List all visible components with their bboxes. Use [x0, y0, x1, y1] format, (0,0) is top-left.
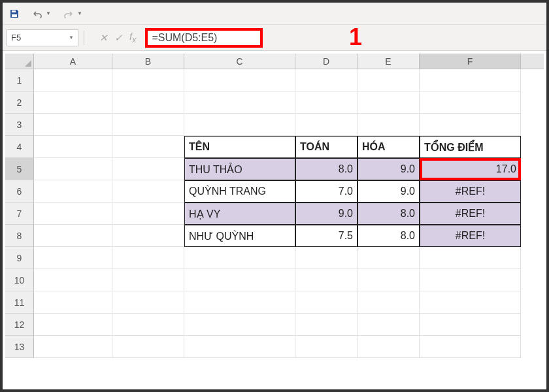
fx-icon[interactable]: fx — [129, 31, 136, 44]
cell[interactable] — [34, 203, 112, 225]
chevron-down-icon[interactable]: ▼ — [69, 35, 74, 41]
cell-hoa[interactable]: 8.0 — [358, 225, 420, 247]
cell[interactable] — [358, 291, 420, 314]
cell[interactable] — [295, 336, 358, 358]
cell[interactable] — [358, 247, 420, 269]
cell[interactable] — [112, 203, 184, 225]
select-all-corner[interactable] — [5, 54, 34, 69]
cell[interactable] — [358, 114, 420, 136]
cell[interactable] — [184, 91, 295, 114]
cell-name[interactable]: THU THẢO — [184, 158, 295, 180]
row-header[interactable]: 3 — [5, 114, 34, 136]
cell[interactable] — [112, 247, 184, 269]
cell[interactable] — [34, 158, 112, 180]
cell[interactable] — [34, 247, 112, 269]
row-header[interactable]: 4 — [5, 136, 34, 158]
cell[interactable] — [34, 291, 112, 314]
row-header[interactable]: 8 — [5, 225, 34, 247]
cell-total[interactable]: #REF! — [420, 203, 521, 225]
cell[interactable] — [112, 225, 184, 247]
cell[interactable] — [184, 314, 295, 336]
header-hoa[interactable]: HÓA — [358, 136, 420, 158]
cell-name[interactable]: HẠ VY — [184, 203, 295, 225]
cell-toan[interactable]: 8.0 — [295, 158, 358, 180]
cell-toan[interactable]: 7.0 — [295, 180, 358, 203]
cell[interactable] — [112, 314, 184, 336]
cell[interactable] — [420, 247, 521, 269]
row-header[interactable]: 2 — [5, 91, 34, 114]
cell[interactable] — [112, 136, 184, 158]
row-header[interactable]: 10 — [5, 269, 34, 291]
cell[interactable] — [184, 69, 295, 91]
cell[interactable] — [184, 269, 295, 291]
col-header-E[interactable]: E — [358, 54, 420, 69]
cell[interactable] — [358, 69, 420, 91]
cell-hoa[interactable]: 9.0 — [358, 180, 420, 203]
col-header-C[interactable]: C — [184, 54, 295, 69]
cell[interactable] — [112, 91, 184, 114]
cell[interactable] — [34, 136, 112, 158]
cell[interactable] — [295, 269, 358, 291]
cell[interactable] — [112, 114, 184, 136]
cell-name[interactable]: NHƯ QUỲNH — [184, 225, 295, 247]
cell[interactable] — [112, 269, 184, 291]
cell-total[interactable]: #REF! — [420, 180, 521, 203]
cell[interactable] — [358, 336, 420, 358]
col-header-D[interactable]: D — [295, 54, 358, 69]
row-header[interactable]: 13 — [5, 336, 34, 358]
row-header[interactable]: 11 — [5, 291, 34, 314]
cell-hoa[interactable]: 8.0 — [358, 203, 420, 225]
cell[interactable] — [112, 336, 184, 358]
cell[interactable] — [34, 225, 112, 247]
cell[interactable] — [34, 314, 112, 336]
cell-total[interactable]: #REF! — [420, 225, 521, 247]
cell[interactable] — [34, 180, 112, 203]
save-icon[interactable] — [9, 8, 20, 19]
col-header-B[interactable]: B — [112, 54, 184, 69]
cell[interactable] — [420, 314, 521, 336]
cell[interactable] — [420, 291, 521, 314]
cell[interactable] — [112, 69, 184, 91]
cell[interactable] — [358, 91, 420, 114]
header-toan[interactable]: TOÁN — [295, 136, 358, 158]
redo-icon[interactable]: ▼ — [63, 9, 82, 18]
cell[interactable] — [358, 314, 420, 336]
cell[interactable] — [420, 269, 521, 291]
undo-icon[interactable]: ▼ — [31, 9, 51, 18]
cell[interactable] — [295, 69, 358, 91]
cell-total-selected[interactable]: 17.0 — [420, 158, 521, 180]
cell[interactable] — [420, 91, 521, 114]
cell[interactable] — [112, 180, 184, 203]
cell[interactable] — [34, 336, 112, 358]
cell[interactable] — [295, 91, 358, 114]
cell[interactable] — [34, 91, 112, 114]
cell[interactable] — [34, 269, 112, 291]
row-header[interactable]: 7 — [5, 203, 34, 225]
row-header[interactable]: 1 — [5, 69, 34, 91]
cell[interactable] — [420, 114, 521, 136]
cell[interactable] — [184, 114, 295, 136]
cancel-icon[interactable]: ✕ — [99, 32, 108, 44]
cell[interactable] — [112, 291, 184, 314]
col-header-A[interactable]: A — [34, 54, 112, 69]
cell[interactable] — [34, 69, 112, 91]
formula-input[interactable]: =SUM(D5:E5) — [145, 28, 263, 48]
cell[interactable] — [295, 114, 358, 136]
cell-toan[interactable]: 9.0 — [295, 203, 358, 225]
cell[interactable] — [184, 247, 295, 269]
cell[interactable] — [34, 114, 112, 136]
cell-name[interactable]: QUỲNH TRANG — [184, 180, 295, 203]
cell[interactable] — [420, 69, 521, 91]
header-total[interactable]: TỔNG ĐIỂM — [420, 136, 521, 158]
cell[interactable] — [420, 336, 521, 358]
cell-toan[interactable]: 7.5 — [295, 225, 358, 247]
name-box[interactable]: F5 ▼ — [7, 29, 78, 46]
cell[interactable] — [184, 291, 295, 314]
row-header[interactable]: 9 — [5, 247, 34, 269]
cell[interactable] — [295, 314, 358, 336]
cell[interactable] — [295, 247, 358, 269]
row-header[interactable]: 12 — [5, 314, 34, 336]
enter-icon[interactable]: ✓ — [114, 32, 123, 44]
cell[interactable] — [112, 158, 184, 180]
cell[interactable] — [358, 269, 420, 291]
